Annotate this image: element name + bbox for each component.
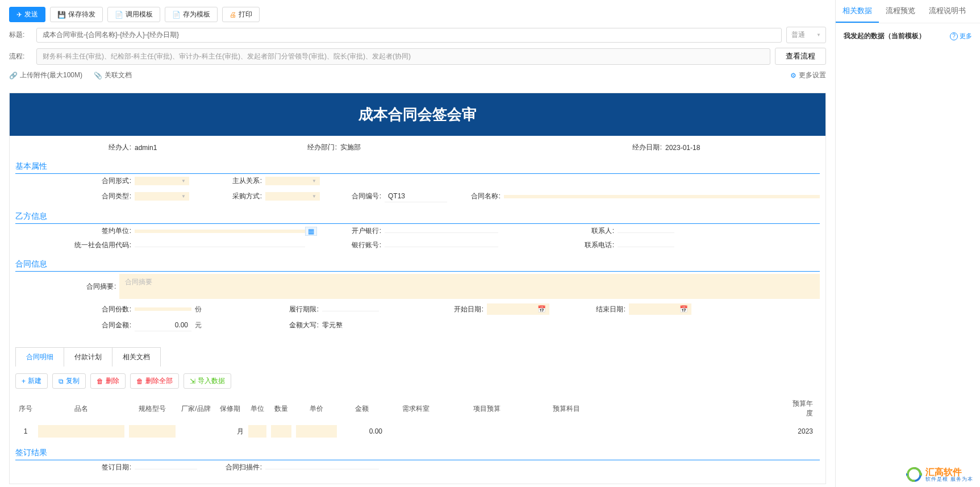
save-icon: 💾 bbox=[57, 11, 66, 19]
col-year: 预算年度 bbox=[786, 398, 820, 419]
summary-textarea[interactable]: 合同摘要 bbox=[119, 274, 820, 299]
more-link[interactable]: ?更多 bbox=[950, 32, 972, 40]
amount-label: 合同金额 bbox=[15, 320, 135, 330]
related-doc-link[interactable]: 📎关联文档 bbox=[94, 70, 132, 80]
tab-payment[interactable]: 付款计划 bbox=[64, 347, 112, 367]
title-input[interactable] bbox=[36, 28, 782, 43]
col-amount: 金额 bbox=[339, 403, 385, 415]
contract-name-input[interactable] bbox=[504, 195, 820, 198]
lookup-icon[interactable]: ▦ bbox=[305, 227, 317, 236]
bank-account-label: 银行账号 bbox=[333, 240, 385, 250]
col-unit: 单位 bbox=[246, 403, 269, 415]
cell-brand-input[interactable] bbox=[180, 425, 212, 438]
plus-icon: + bbox=[22, 377, 26, 385]
col-dept: 需求科室 bbox=[385, 403, 447, 415]
cell-year: 2023 bbox=[786, 426, 820, 436]
cell-budget-input[interactable] bbox=[449, 425, 524, 438]
cell-dept-input[interactable] bbox=[387, 425, 445, 438]
my-data-title: 我发起的数据（当前模板） bbox=[844, 31, 925, 41]
purchase-method-select[interactable]: ▼ bbox=[265, 192, 320, 201]
contract-form-select[interactable]: ▼ bbox=[135, 177, 189, 185]
credit-code-input[interactable] bbox=[135, 243, 305, 247]
contract-type-select[interactable]: ▼ bbox=[135, 192, 189, 201]
col-qty: 数量 bbox=[269, 403, 294, 415]
view-flow-button[interactable]: 查看流程 bbox=[775, 48, 826, 65]
side-tab-preview[interactable]: 流程预览 bbox=[879, 0, 922, 23]
side-tab-guide[interactable]: 流程说明书 bbox=[922, 0, 973, 23]
end-date-input[interactable]: 📅 bbox=[629, 303, 691, 315]
amount-unit: 元 bbox=[191, 320, 205, 330]
help-icon: ? bbox=[950, 32, 958, 40]
section-partyb: 乙方信息 bbox=[15, 208, 820, 224]
flow-label: 流程: bbox=[9, 52, 32, 61]
copy-icon: ⧉ bbox=[59, 377, 64, 385]
scan-label: 合同扫描件 bbox=[208, 463, 265, 472]
contract-type-label: 合同类型 bbox=[15, 192, 135, 201]
contract-form-label: 合同形式 bbox=[15, 176, 135, 186]
template-icon: 📄 bbox=[115, 11, 123, 19]
chevron-down-icon: ▼ bbox=[312, 178, 316, 184]
cell-seq: 1 bbox=[15, 426, 36, 436]
phone-input[interactable] bbox=[618, 243, 674, 247]
scan-input[interactable] bbox=[265, 465, 379, 469]
send-icon: ✈ bbox=[16, 11, 22, 19]
save-template-button[interactable]: 📄存为模板 bbox=[165, 7, 218, 22]
col-budget: 项目预算 bbox=[447, 403, 527, 415]
period-input[interactable] bbox=[322, 307, 379, 311]
col-name: 品名 bbox=[36, 403, 127, 415]
sign-date-input[interactable] bbox=[135, 465, 197, 469]
load-template-button[interactable]: 📄调用模板 bbox=[107, 7, 160, 22]
cell-price-input[interactable] bbox=[296, 425, 337, 438]
contact-input[interactable] bbox=[618, 229, 674, 233]
cell-unit-input[interactable] bbox=[248, 425, 266, 438]
col-warranty: 保修期 bbox=[214, 403, 246, 415]
signing-unit-input[interactable] bbox=[135, 230, 305, 233]
bank-input[interactable] bbox=[385, 229, 498, 233]
cell-name-input[interactable] bbox=[38, 425, 124, 438]
relation-select[interactable]: ▼ bbox=[265, 177, 320, 185]
brand-logo: 汇高软件 软件是根 服务为本 bbox=[906, 467, 973, 482]
import-button[interactable]: ⇲导入数据 bbox=[184, 373, 231, 389]
priority-select[interactable]: 普通▼ bbox=[786, 27, 826, 43]
save-draft-button[interactable]: 💾保存待发 bbox=[50, 7, 103, 22]
bank-account-input[interactable] bbox=[385, 243, 498, 247]
cell-spec-input[interactable] bbox=[129, 425, 176, 438]
date-label: 经办日期 bbox=[552, 143, 665, 152]
tab-detail[interactable]: 合同明细 bbox=[15, 347, 64, 367]
logo-text-main: 汇高软件 bbox=[925, 468, 973, 477]
send-button[interactable]: ✈发送 bbox=[9, 7, 45, 22]
trash-icon: 🗑 bbox=[97, 377, 103, 385]
delete-button[interactable]: 🗑删除 bbox=[90, 373, 126, 389]
copies-unit: 份 bbox=[191, 305, 205, 314]
amount-input[interactable]: 0.00 bbox=[135, 319, 191, 331]
amount-cn-value: 零元整 bbox=[322, 320, 343, 330]
copies-label: 合同份数 bbox=[15, 305, 135, 314]
cell-warranty-unit: 月 bbox=[237, 427, 244, 435]
table-row[interactable]: 1 月 0.00 2023 bbox=[15, 422, 820, 441]
flow-display: 财务科-科主任(审批)、纪检部-科主任(审批)、审计办-科主任(审批)、发起者部… bbox=[36, 48, 770, 65]
col-spec: 规格型号 bbox=[127, 403, 178, 415]
handler-value: admin1 bbox=[135, 144, 157, 152]
col-seq: 序号 bbox=[15, 403, 36, 415]
col-price: 单价 bbox=[294, 403, 339, 415]
upload-attachment-link[interactable]: 🔗上传附件(最大100M) bbox=[9, 70, 82, 80]
more-settings-link[interactable]: ⚙更多设置 bbox=[790, 70, 826, 80]
delete-all-button[interactable]: 🗑删除全部 bbox=[130, 373, 179, 389]
amount-cn-label: 金额大写 bbox=[231, 320, 322, 330]
cell-subject-input[interactable] bbox=[529, 425, 604, 438]
phone-label: 联系电话 bbox=[527, 240, 618, 250]
logo-text-sub: 软件是根 服务为本 bbox=[925, 477, 973, 482]
dept-value: 实施部 bbox=[340, 143, 361, 152]
cell-qty-input[interactable] bbox=[271, 425, 291, 438]
new-button[interactable]: +新建 bbox=[15, 373, 48, 389]
date-value: 2023-01-18 bbox=[665, 144, 700, 152]
copies-input[interactable] bbox=[135, 307, 191, 311]
section-result: 签订结果 bbox=[15, 444, 820, 460]
bank-label: 开户银行 bbox=[333, 226, 385, 236]
tab-docs[interactable]: 相关文档 bbox=[112, 347, 161, 367]
side-tab-data[interactable]: 相关数据 bbox=[836, 0, 879, 23]
cell-amount: 0.00 bbox=[339, 426, 385, 436]
copy-button[interactable]: ⧉复制 bbox=[52, 373, 86, 389]
start-date-input[interactable]: 📅 bbox=[487, 303, 549, 315]
print-button[interactable]: 🖨打印 bbox=[222, 7, 260, 22]
